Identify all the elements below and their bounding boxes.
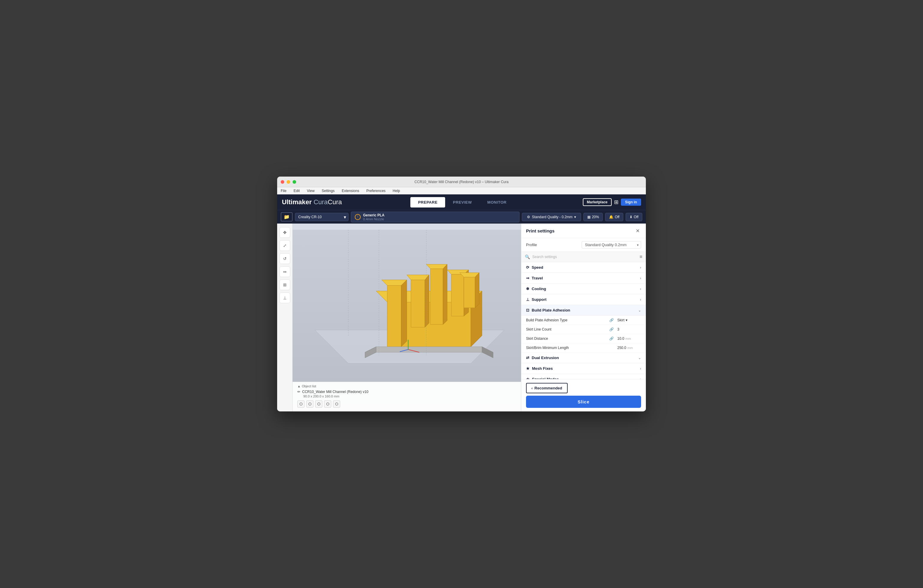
link-icon-1: 🔗 xyxy=(609,318,614,322)
sub-skirt-count: Skirt Line Count 🔗 3 xyxy=(521,325,646,334)
tool-rotate[interactable]: ↺ xyxy=(279,253,290,264)
section-special-modes-label: ★ Special Modes xyxy=(526,377,559,379)
printer-select-wrap: Creality CR-10 xyxy=(295,213,348,221)
menu-file[interactable]: File xyxy=(279,188,287,194)
obj-icon-4[interactable]: ⬡ xyxy=(324,401,331,407)
infill-icon: ▦ xyxy=(587,215,591,219)
filter-icon[interactable]: ≡ xyxy=(640,254,642,260)
skirt-count-value[interactable]: 3 xyxy=(618,327,641,332)
menu-edit[interactable]: Edit xyxy=(292,188,301,194)
quality-section: ⚙ Standard Quality - 0.2mm ▾ ▦ 20% 🔔 Off… xyxy=(522,213,642,221)
skirt-count-label: Skirt Line Count xyxy=(526,327,609,332)
section-support-label: ⊥ Support xyxy=(526,297,547,302)
obj-icon-1[interactable]: ⬡ xyxy=(297,401,304,407)
slice-button[interactable]: Slice xyxy=(526,396,641,408)
tab-preview[interactable]: PREVIEW xyxy=(445,197,480,207)
section-mesh-fixes-label: ★ Mesh Fixes xyxy=(526,366,553,371)
menu-preferences[interactable]: Preferences xyxy=(365,188,387,194)
open-folder-button[interactable]: 📁 xyxy=(281,212,292,222)
skirt-min-length-value[interactable]: 250.0 mm xyxy=(618,346,641,350)
section-travel[interactable]: ⇒ Travel › xyxy=(521,273,646,284)
tool-grid[interactable]: ⊞ xyxy=(279,279,290,290)
svg-marker-30 xyxy=(430,269,443,324)
material-badge[interactable]: ! Generic PLA 0.4mm Nozzle xyxy=(351,212,519,222)
svg-marker-27 xyxy=(411,280,425,327)
tab-prepare[interactable]: PREPARE xyxy=(411,197,445,207)
sub-adhesion-type: Build Plate Adhesion Type 🔗 Skirt ▾ xyxy=(521,316,646,325)
recommended-button[interactable]: ‹ Recommended xyxy=(526,383,568,393)
recommended-label: Recommended xyxy=(534,386,562,390)
tool-move[interactable]: ✥ xyxy=(279,227,290,238)
maximize-button[interactable] xyxy=(292,180,296,184)
viewport[interactable]: ▲ Object list ✏ CCR10_Water Mill Channel… xyxy=(292,223,521,411)
menu-settings[interactable]: Settings xyxy=(320,188,336,194)
profile-select-wrap: Standard Quality 0.2mm xyxy=(581,241,641,248)
obj-icon-2[interactable]: ⬡ xyxy=(306,401,314,407)
collapse-icon[interactable]: ▲ xyxy=(297,384,301,388)
sub-skirt-min-length: Skirt/Brim Minimum Length 250.0 mm xyxy=(521,343,646,353)
title-bar: CCR10_Water Mill Channel (Redone) v10 – … xyxy=(277,177,646,187)
nav-tabs: PREPARE PREVIEW MONITOR xyxy=(411,197,514,207)
signin-button[interactable]: Sign in xyxy=(621,199,641,206)
object-list-label: Object list xyxy=(302,384,316,388)
tab-monitor[interactable]: MONITOR xyxy=(480,197,514,207)
adhesion-type-label: Build Plate Adhesion Type xyxy=(526,318,609,322)
tool-support[interactable]: ⊥ xyxy=(279,292,290,303)
tool-mirror[interactable]: ⇔ xyxy=(279,266,290,277)
main-content: ✥ ⤢ ↺ ⇔ ⊞ ⊥ xyxy=(277,223,646,411)
obj-icon-5[interactable]: ⬡ xyxy=(333,401,340,407)
tool-scale[interactable]: ⤢ xyxy=(279,240,290,251)
skirt-distance-label: Skirt Distance xyxy=(526,337,609,341)
section-special-modes[interactable]: ★ Special Modes › xyxy=(521,374,646,379)
adhesion-control[interactable]: ⬇ Off xyxy=(626,213,642,221)
cooling-chevron: › xyxy=(640,287,641,291)
section-cooling[interactable]: ❄ Cooling › xyxy=(521,284,646,294)
section-support[interactable]: ⊥ Support › xyxy=(521,294,646,305)
menu-help[interactable]: Help xyxy=(392,188,401,194)
menu-view[interactable]: View xyxy=(305,188,316,194)
search-bar: 🔍 ≡ xyxy=(521,252,646,262)
sub-skirt-distance: Skirt Distance 🔗 10.0 mm xyxy=(521,334,646,343)
toolbar: 📁 Creality CR-10 ! Generic PLA 0.4mm Noz… xyxy=(277,210,646,223)
speed-icon: ⟳ xyxy=(526,265,529,269)
speed-chevron: › xyxy=(640,266,641,269)
search-input[interactable] xyxy=(532,255,637,259)
travel-icon: ⇒ xyxy=(526,276,529,280)
support-control[interactable]: 🔔 Off xyxy=(605,213,623,221)
recommended-chevron-icon: ‹ xyxy=(531,386,532,390)
logo-primary: Ultimaker xyxy=(282,198,312,206)
object-name: ✏ CCR10_Water Mill Channel (Redone) v10 xyxy=(297,390,516,394)
svg-marker-36 xyxy=(464,277,475,308)
svg-marker-32 xyxy=(443,264,447,324)
profile-select[interactable]: Standard Quality 0.2mm xyxy=(581,241,641,248)
section-speed[interactable]: ⟳ Speed › xyxy=(521,262,646,273)
quality-button[interactable]: ⚙ Standard Quality - 0.2mm ▾ xyxy=(522,213,581,221)
material-icon: ! xyxy=(355,214,361,220)
material-info: Generic PLA 0.4mm Nozzle xyxy=(363,213,384,221)
cooling-icon: ❄ xyxy=(526,287,529,291)
quality-settings-icon: ⚙ xyxy=(527,215,530,219)
adhesion-type-value[interactable]: Skirt ▾ xyxy=(618,318,641,322)
logo-secondary: Cura xyxy=(314,198,328,206)
section-buildplate-label: ⊡ Build Plate Adhesion xyxy=(526,308,570,312)
obj-icon-3[interactable]: ⬡ xyxy=(315,401,322,407)
section-cooling-label: ❄ Cooling xyxy=(526,287,546,291)
svg-marker-24 xyxy=(387,286,401,347)
section-mesh-fixes[interactable]: ★ Mesh Fixes › xyxy=(521,363,646,374)
print-settings-close[interactable]: ✕ xyxy=(634,227,641,234)
skirt-distance-value[interactable]: 10.0 mm xyxy=(618,337,641,341)
grid-icon[interactable]: ⊞ xyxy=(614,199,619,205)
section-dual-extrusion[interactable]: ⇄ Dual Extrusion ⌄ xyxy=(521,353,646,363)
menu-extensions[interactable]: Extensions xyxy=(340,188,360,194)
material-name: Generic PLA xyxy=(363,213,384,217)
close-button[interactable] xyxy=(281,180,284,184)
travel-chevron: › xyxy=(640,276,641,280)
section-buildplate[interactable]: ⊡ Build Plate Adhesion ⌄ xyxy=(521,305,646,316)
infill-control[interactable]: ▦ 20% xyxy=(583,213,603,221)
marketplace-button[interactable]: Marketplace xyxy=(583,198,612,206)
svg-marker-33 xyxy=(452,274,464,316)
app-logo: Ultimaker CuraCura xyxy=(282,198,342,206)
printer-select[interactable]: Creality CR-10 xyxy=(295,213,348,221)
minimize-button[interactable] xyxy=(287,180,290,184)
edit-icon: ✏ xyxy=(297,390,301,394)
